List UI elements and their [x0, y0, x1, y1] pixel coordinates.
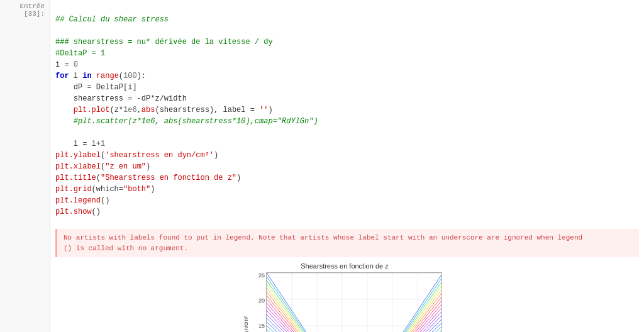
warning-text-1: No artists with labels found to put in l… [64, 234, 582, 241]
notebook-cell: Entrée [33]: ## Calcul du shear stress #… [0, 0, 644, 332]
y-axis-label: shearstress en dyn/cm² [243, 316, 249, 332]
cell-content: ## Calcul du shear stress ### shearstres… [50, 0, 644, 332]
warning-box: No artists with labels found to put in l… [55, 229, 639, 257]
code-block: ## Calcul du shear stress ### shearstres… [55, 3, 639, 229]
warning-text-2: () is called with no argument. [64, 245, 188, 252]
plot-container: Shearstress en fonction de z shearstress… [241, 262, 448, 332]
plot-area: Shearstress en fonction de z shearstress… [55, 257, 639, 332]
y-ticks: 0 5 10 15 20 25 [251, 272, 266, 332]
cell-gutter: Entrée [33]: [0, 0, 50, 332]
cell-label: Entrée [33]: [19, 3, 45, 18]
plot-title: Shearstress en fonction de z [241, 262, 448, 270]
chart-svg-wrapper [266, 272, 442, 332]
